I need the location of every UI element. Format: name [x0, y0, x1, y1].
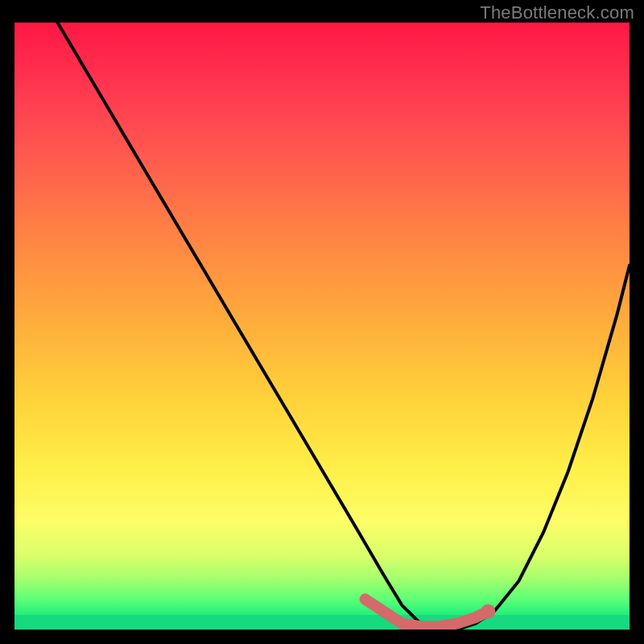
bottleneck-curve-svg: [14, 23, 630, 630]
bottleneck-curve-path: [14, 23, 630, 630]
chart-frame: [14, 23, 630, 630]
watermark-text: TheBottleneck.com: [480, 2, 634, 23]
highlight-segment-path: [365, 599, 489, 626]
highlight-point: [481, 604, 495, 618]
